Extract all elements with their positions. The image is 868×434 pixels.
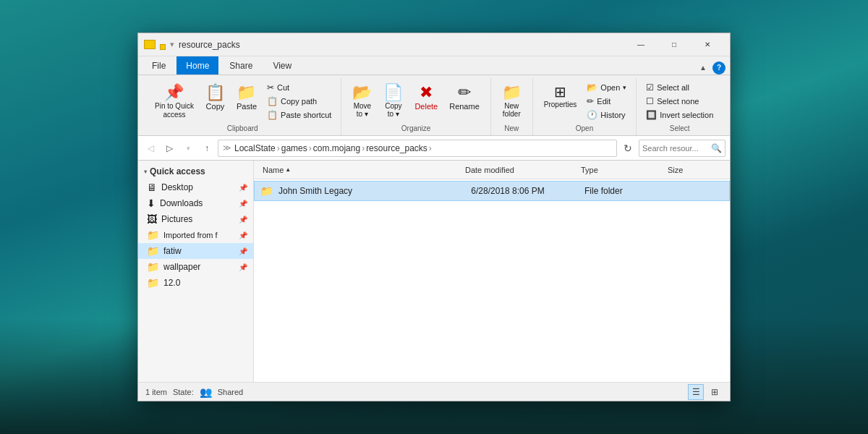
copy-button[interactable]: 📋 Copy bbox=[200, 81, 230, 114]
ribbon-group-new: 📁 Newfolder New bbox=[491, 78, 533, 135]
tab-share[interactable]: Share bbox=[220, 56, 262, 75]
paste-icon: 📁 bbox=[237, 85, 256, 101]
breadcrumb-mojang[interactable]: com.mojang bbox=[313, 143, 360, 153]
ribbon-tabs: File Home Share View ▲ ? bbox=[138, 56, 730, 75]
folder-file-icon: 📁 bbox=[260, 185, 273, 197]
tab-file[interactable]: File bbox=[142, 56, 175, 75]
title-dropdown-arrow[interactable]: ▾ bbox=[170, 40, 174, 49]
shared-icon: 👥 bbox=[200, 386, 212, 398]
rename-icon: ✏ bbox=[458, 85, 471, 101]
select-none-button[interactable]: ☐ Select none bbox=[642, 95, 717, 108]
sidebar-item-imported[interactable]: 📁 Imported from f 📌 bbox=[138, 227, 253, 243]
breadcrumb-resource-packs[interactable]: resource_packs bbox=[366, 143, 427, 153]
forward-button[interactable]: ▷ bbox=[161, 140, 177, 156]
help-button[interactable]: ? bbox=[712, 61, 726, 75]
edit-button[interactable]: ✏ Edit bbox=[583, 95, 630, 108]
sidebar-item-fatiw[interactable]: 📁 fatiw 📌 bbox=[138, 243, 253, 259]
delete-icon: ✖ bbox=[420, 85, 433, 101]
select-label: Select bbox=[642, 123, 717, 135]
refresh-button[interactable]: ↻ bbox=[620, 140, 636, 156]
invert-icon: 🔲 bbox=[646, 111, 657, 119]
close-button[interactable]: ✕ bbox=[691, 33, 724, 56]
new-buttons: 📁 Newfolder bbox=[497, 78, 527, 123]
cut-icon: ✂ bbox=[267, 83, 274, 92]
ribbon-group-select: ☑ Select all ☐ Select none 🔲 Invert sele… bbox=[637, 78, 723, 135]
file-type: File folder bbox=[582, 186, 667, 196]
file-row-john-smith[interactable]: 📁 John Smith Legacy 6/28/2018 8:06 PM Fi… bbox=[254, 181, 730, 201]
wallpaper-icon: 📁 bbox=[147, 261, 159, 273]
sidebar-item-desktop[interactable]: 🖥 Desktop 📌 bbox=[138, 179, 253, 195]
ribbon-collapse-chevron[interactable]: ▲ bbox=[697, 61, 710, 75]
recent-button[interactable]: ▾ bbox=[180, 140, 196, 156]
organize-buttons: 📂 Moveto ▾ 📄 Copyto ▾ ✖ Delete ✏ Rename bbox=[347, 78, 484, 123]
pin-indicator-downloads: 📌 bbox=[239, 200, 247, 208]
new-label: New bbox=[497, 123, 527, 135]
window-title: resource_packs bbox=[179, 40, 624, 50]
sidebar-item-downloads[interactable]: ⬇ Downloads 📌 bbox=[138, 195, 253, 211]
sidebar-label-fatiw: fatiw bbox=[163, 246, 182, 256]
open-icon: 📂 bbox=[587, 83, 597, 92]
history-button[interactable]: 🕐 History bbox=[583, 109, 630, 122]
edit-icon: ✏ bbox=[587, 97, 594, 106]
breadcrumb-localstate[interactable]: LocalState bbox=[234, 143, 276, 153]
details-view-button[interactable]: ☰ bbox=[688, 384, 704, 400]
address-bar: ◁ ▷ ▾ ↑ ≫ LocalState › games › com.mojan… bbox=[138, 136, 730, 161]
status-bar: 1 item State: 👥 Shared ☰ ⊞ bbox=[138, 382, 730, 401]
file-date: 6/28/2018 8:06 PM bbox=[468, 186, 582, 196]
large-icons-view-button[interactable]: ⊞ bbox=[707, 384, 723, 400]
pin-to-quick-access-button[interactable]: 📌 Pin to Quickaccess bbox=[150, 81, 199, 123]
select-all-button[interactable]: ☑ Select all bbox=[642, 81, 717, 94]
search-input[interactable] bbox=[642, 144, 711, 153]
paste-shortcut-icon: 📋 bbox=[267, 111, 278, 119]
new-folder-button[interactable]: 📁 Newfolder bbox=[497, 81, 527, 122]
folder-120-icon: 📁 bbox=[147, 277, 159, 289]
up-button[interactable]: ↑ bbox=[199, 140, 215, 156]
tab-view[interactable]: View bbox=[263, 56, 301, 75]
sidebar-label-pictures: Pictures bbox=[161, 214, 192, 224]
pin-indicator-imported: 📌 bbox=[239, 231, 247, 239]
tab-home[interactable]: Home bbox=[176, 56, 218, 75]
sidebar-item-wallpaper[interactable]: 📁 wallpaper 📌 bbox=[138, 259, 253, 275]
minimize-button[interactable]: — bbox=[624, 33, 658, 56]
breadcrumb-bar[interactable]: ≫ LocalState › games › com.mojang › reso… bbox=[218, 140, 617, 157]
back-button[interactable]: ◁ bbox=[142, 140, 158, 156]
open-button[interactable]: 📂 Open ▾ bbox=[583, 81, 630, 94]
sidebar-items: 🖥 Desktop 📌 ⬇ Downloads 📌 🖼 Pictures 📌 📁 bbox=[138, 179, 253, 291]
copy-to-button[interactable]: 📄 Copyto ▾ bbox=[378, 81, 408, 122]
sidebar-arrow: ▾ bbox=[144, 169, 147, 175]
sidebar-label-imported: Imported from f bbox=[163, 231, 218, 239]
properties-button[interactable]: ⊞ Properties bbox=[539, 81, 582, 112]
pin-icon: 📌 bbox=[164, 85, 184, 101]
rename-button[interactable]: ✏ Rename bbox=[444, 81, 485, 114]
folder-icon-small bbox=[144, 40, 156, 49]
breadcrumb-games[interactable]: games bbox=[281, 143, 307, 153]
col-header-date[interactable]: Date modified bbox=[462, 166, 578, 174]
sidebar-item-pictures[interactable]: 🖼 Pictures 📌 bbox=[138, 211, 253, 227]
imported-icon: 📁 bbox=[147, 229, 159, 241]
paste-button[interactable]: 📁 Paste bbox=[231, 81, 262, 114]
copy-path-button[interactable]: 📋 Copy path bbox=[263, 95, 335, 108]
properties-icon: ⊞ bbox=[554, 85, 566, 99]
folder-icon-tiny bbox=[160, 44, 166, 50]
sidebar-quick-access-header[interactable]: ▾ Quick access bbox=[138, 163, 253, 179]
col-header-type[interactable]: Type bbox=[578, 166, 665, 174]
downloads-icon: ⬇ bbox=[147, 197, 156, 209]
delete-button[interactable]: ✖ Delete bbox=[409, 81, 443, 114]
state-label: State: bbox=[173, 388, 194, 396]
paste-shortcut-button[interactable]: 📋 Paste shortcut bbox=[263, 109, 335, 122]
history-icon: 🕐 bbox=[587, 111, 597, 119]
move-to-button[interactable]: 📂 Moveto ▾ bbox=[347, 81, 377, 122]
title-bar: ▾ resource_packs — □ ✕ bbox=[138, 33, 730, 56]
maximize-button[interactable]: □ bbox=[658, 33, 691, 56]
select-buttons: ☑ Select all ☐ Select none 🔲 Invert sele… bbox=[642, 78, 717, 123]
new-folder-icon: 📁 bbox=[502, 85, 522, 101]
sidebar-label-desktop: Desktop bbox=[161, 182, 193, 192]
file-name: John Smith Legacy bbox=[276, 186, 468, 196]
cut-button[interactable]: ✂ Cut bbox=[263, 81, 335, 94]
sidebar-item-120[interactable]: 📁 12.0 bbox=[138, 275, 253, 291]
ribbon-group-open: ⊞ Properties 📂 Open ▾ ✏ Edit 🕐 bbox=[533, 78, 637, 135]
col-header-size[interactable]: Size bbox=[665, 166, 723, 174]
invert-selection-button[interactable]: 🔲 Invert selection bbox=[642, 109, 717, 122]
sidebar-header-label: Quick access bbox=[150, 166, 205, 176]
col-header-name[interactable]: Name ▲ bbox=[260, 166, 462, 174]
